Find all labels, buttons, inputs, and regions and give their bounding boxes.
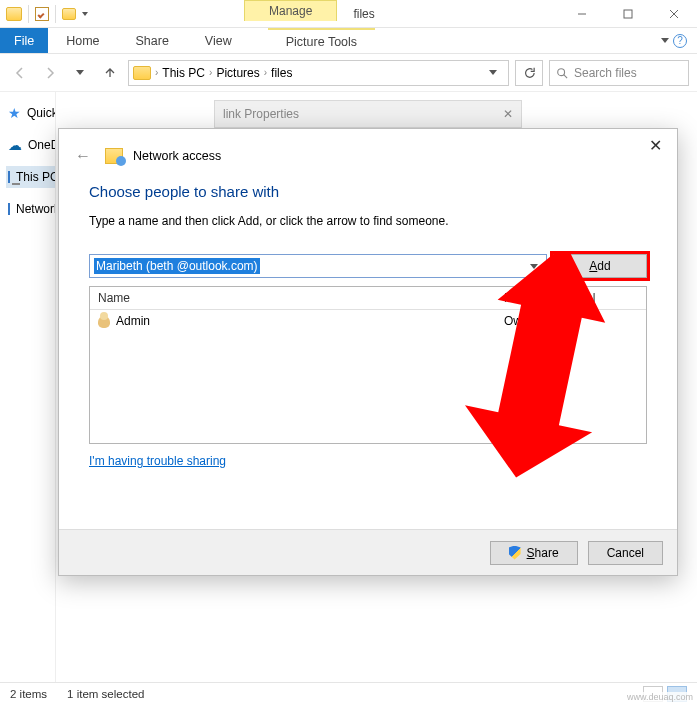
svg-point-4 <box>558 68 565 75</box>
ribbon-expand[interactable]: ? <box>651 28 697 53</box>
maximize-button[interactable] <box>605 0 651 27</box>
qat-dropdown-icon[interactable] <box>82 12 88 16</box>
tab-home[interactable]: Home <box>48 28 117 53</box>
network-access-dialog: ✕ ← Network access Choose people to shar… <box>58 128 678 576</box>
permissions-table: Name Permission Level Admin Owner <box>89 286 647 444</box>
contextual-tab-label: Manage <box>244 0 337 21</box>
sidebar-item-network[interactable]: Network <box>6 198 55 220</box>
share-folder-icon <box>105 148 123 164</box>
status-item-count: 2 items <box>10 688 47 700</box>
nav-sidebar: ★ Quick access ☁ OneDrive This PC Networ… <box>0 92 56 682</box>
separator <box>55 5 56 23</box>
sidebar-label: Quick access <box>27 106 55 120</box>
sidebar-label: This PC <box>16 170 55 184</box>
search-icon <box>556 67 568 79</box>
sidebar-item-this-pc[interactable]: This PC <box>6 166 55 188</box>
breadcrumb-segment[interactable]: Pictures <box>216 66 259 80</box>
help-icon[interactable]: ? <box>673 34 687 48</box>
watermark: www.deuaq.com <box>627 692 693 702</box>
person-combobox[interactable]: Maribeth (beth @outlook.com) <box>89 254 547 278</box>
combobox-value: Maribeth (beth @outlook.com) <box>94 258 260 274</box>
dialog-close-button[interactable]: ✕ <box>645 137 665 157</box>
refresh-button[interactable] <box>515 60 543 86</box>
user-icon <box>98 316 110 328</box>
wizard-header: ← Network access <box>71 147 647 165</box>
tab-file[interactable]: File <box>0 28 48 53</box>
status-selected-count: 1 item selected <box>67 688 144 700</box>
folder-icon <box>133 66 151 80</box>
sidebar-label: Network <box>16 202 55 216</box>
titlebar: Manage files <box>0 0 697 28</box>
share-label: Share <box>527 546 559 560</box>
window-title: files <box>337 7 374 21</box>
dialog-title: link Properties <box>223 107 299 121</box>
nav-forward-button[interactable] <box>38 61 62 85</box>
qat-properties-icon[interactable] <box>35 7 49 21</box>
breadcrumb-dropdown[interactable] <box>482 70 504 75</box>
svg-rect-1 <box>624 10 632 18</box>
minimize-button[interactable] <box>559 0 605 27</box>
navigation-bar: › This PC › Pictures › files Search file… <box>0 54 697 92</box>
sidebar-item-onedrive[interactable]: ☁ OneDrive <box>6 134 55 156</box>
ribbon-tabs: File Home Share View Picture Tools ? <box>0 28 697 54</box>
qat-open-icon[interactable] <box>62 8 76 20</box>
dialog-footer: Share Cancel <box>59 529 677 575</box>
add-person-row: Maribeth (beth @outlook.com) Add <box>89 254 647 278</box>
column-permission[interactable]: Permission Level <box>496 287 646 309</box>
cancel-button[interactable]: Cancel <box>588 541 663 565</box>
chevron-right-icon[interactable]: › <box>209 67 212 78</box>
background-properties-dialog: link Properties ✕ <box>214 100 522 128</box>
share-button[interactable]: Share <box>490 541 578 565</box>
breadcrumb-segment[interactable]: This PC <box>162 66 205 80</box>
wizard-back-button[interactable]: ← <box>71 147 95 165</box>
wizard-title: Network access <box>133 149 221 163</box>
tab-view[interactable]: View <box>187 28 250 53</box>
chevron-right-icon[interactable]: › <box>155 67 158 78</box>
search-placeholder: Search files <box>574 66 637 80</box>
dialog-hint: Type a name and then click Add, or click… <box>89 214 647 228</box>
sidebar-item-quick-access[interactable]: ★ Quick access <box>6 102 55 124</box>
nav-up-button[interactable] <box>98 61 122 85</box>
tab-share[interactable]: Share <box>118 28 187 53</box>
tab-picture-tools[interactable]: Picture Tools <box>268 28 375 53</box>
nav-back-button[interactable] <box>8 61 32 85</box>
svg-line-5 <box>564 74 567 77</box>
dialog-heading: Choose people to share with <box>89 183 647 200</box>
close-icon[interactable]: ✕ <box>503 107 513 121</box>
cloud-icon: ☁ <box>8 137 22 153</box>
chevron-down-icon <box>661 38 669 43</box>
separator <box>28 5 29 23</box>
pc-icon <box>8 171 10 183</box>
chevron-right-icon[interactable]: › <box>264 67 267 78</box>
search-input[interactable]: Search files <box>549 60 689 86</box>
row-name: Admin <box>116 314 150 328</box>
row-permission: Owner <box>496 310 646 332</box>
column-name[interactable]: Name <box>90 287 496 309</box>
nav-recent-dropdown[interactable] <box>68 61 92 85</box>
trouble-sharing-link[interactable]: I'm having trouble sharing <box>89 454 226 468</box>
chevron-down-icon[interactable] <box>526 264 542 269</box>
breadcrumb-segment[interactable]: files <box>271 66 292 80</box>
star-icon: ★ <box>8 105 21 121</box>
breadcrumb-bar[interactable]: › This PC › Pictures › files <box>128 60 509 86</box>
quick-access-toolbar <box>0 0 94 27</box>
table-header: Name Permission Level <box>90 287 646 310</box>
shield-icon <box>509 546 521 560</box>
table-row[interactable]: Admin Owner <box>90 310 646 332</box>
close-button[interactable] <box>651 0 697 27</box>
caption-buttons <box>559 0 697 27</box>
status-bar: 2 items 1 item selected <box>0 682 697 704</box>
add-button[interactable]: Add <box>553 254 647 278</box>
network-icon <box>8 203 10 215</box>
folder-icon <box>6 7 22 21</box>
sidebar-label: OneDrive <box>28 138 55 152</box>
contextual-tab-group: Manage <box>244 0 337 27</box>
